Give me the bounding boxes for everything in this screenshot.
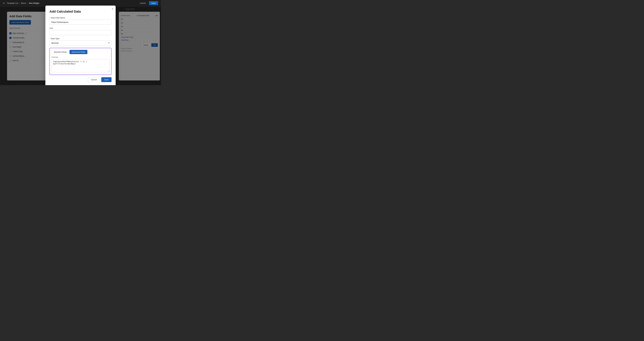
top-actions: Cancel Save: [138, 1, 158, 5]
formula-textarea[interactable]: log(mainShaftManufactor + 1) / sqrt(Tran…: [52, 59, 110, 72]
standard-mode-button[interactable]: Standard Mode: [52, 50, 69, 54]
data-field-name-input[interactable]: [50, 20, 112, 25]
unit-input[interactable]: [50, 30, 112, 35]
breadcrumb-sep-1: >: [19, 2, 20, 4]
modal-title: Add Calculated Data: [50, 10, 112, 13]
breadcrumb-template-list[interactable]: Template List: [7, 2, 18, 4]
modal-save-button[interactable]: Save: [101, 77, 112, 82]
data-field-name-group: * Data Field Name: [50, 17, 112, 25]
data-type-select[interactable]: decimal integer string boolean: [50, 40, 112, 45]
required-star-type: *: [50, 37, 50, 40]
advanced-mode-button[interactable]: Advanced Mode: [70, 50, 88, 54]
formula-label: Formula: [52, 56, 110, 58]
top-cancel-button[interactable]: Cancel: [138, 1, 148, 5]
unit-label: Unit: [50, 27, 112, 29]
breadcrumb-sep-2: >: [27, 2, 28, 4]
breadcrumb-new-widget: New Widget: [29, 2, 39, 4]
modal-footer: Cancel Save: [50, 77, 112, 82]
modal-close-button[interactable]: ×: [112, 7, 113, 10]
add-calculated-data-modal: × Add Calculated Data * Data Field Name …: [45, 5, 116, 85]
required-star-name: *: [50, 17, 50, 19]
modal-backdrop: × Add Calculated Data * Data Field Name …: [0, 6, 161, 85]
mode-switcher-container: Standard Mode Advanced Mode Formula log(…: [50, 48, 112, 75]
data-type-label: * Data Type: [50, 37, 112, 40]
breadcrumb-demo[interactable]: Demo: [21, 2, 26, 4]
breadcrumb: ↩ Template List > Demo > New Widget: [3, 2, 39, 4]
back-button[interactable]: ↩: [3, 2, 5, 4]
mode-switcher: Standard Mode Advanced Mode: [52, 50, 110, 54]
top-save-button[interactable]: Save: [149, 1, 158, 5]
unit-group: Unit: [50, 27, 112, 35]
modal-cancel-button[interactable]: Cancel: [88, 77, 100, 82]
data-type-group: * Data Type decimal integer string boole…: [50, 37, 112, 45]
data-field-name-label: * Data Field Name: [50, 17, 112, 19]
